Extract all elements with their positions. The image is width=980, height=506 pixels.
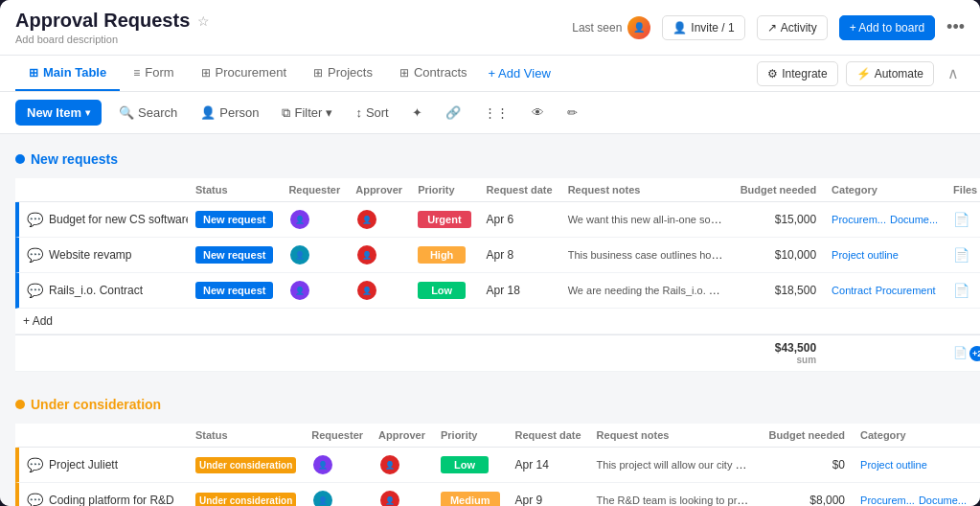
- priority-cell[interactable]: Medium: [433, 483, 508, 506]
- filter-action[interactable]: ⧉ Filter ▾: [276, 102, 338, 125]
- status-cell[interactable]: Under consideration: [188, 483, 304, 506]
- group-title-new-requests[interactable]: New requests: [31, 151, 118, 167]
- category-cell[interactable]: Procurem...Docume...: [824, 202, 946, 238]
- group-title-under-consideration[interactable]: Under consideration: [31, 397, 161, 412]
- col-files: Files: [946, 178, 980, 202]
- board-subtitle[interactable]: Add board description: [15, 34, 210, 45]
- col-name-2: [15, 424, 188, 448]
- file-icon[interactable]: 📄: [953, 247, 969, 263]
- chat-icon[interactable]: 💬: [27, 493, 43, 506]
- col-date: Request date: [479, 178, 560, 202]
- activity-button[interactable]: ↗ Activity: [757, 15, 828, 40]
- files-cell[interactable]: 📄: [974, 448, 980, 483]
- sort-icon: ↕: [355, 105, 362, 120]
- col-status: Status: [188, 178, 281, 202]
- status-cell[interactable]: New request: [188, 273, 281, 309]
- chat-icon[interactable]: 💬: [27, 283, 43, 298]
- row-name[interactable]: Coding platform for R&D: [49, 494, 174, 506]
- row-name[interactable]: Rails_i.o. Contract: [49, 284, 143, 297]
- col-priority: Priority: [410, 178, 478, 202]
- grid-action[interactable]: ⋮⋮: [478, 102, 514, 124]
- table-row[interactable]: 💬Rails_i.o. ContractNew request👤👤LowApr …: [15, 273, 980, 309]
- filter-icon: ⧉: [282, 105, 290, 121]
- files-cell[interactable]: 📄: [946, 238, 980, 273]
- more-options-icon[interactable]: •••: [946, 17, 965, 37]
- category-link[interactable]: Procurem...: [832, 214, 886, 225]
- requester-cell: 👤: [281, 273, 348, 309]
- link-action[interactable]: 🔗: [440, 102, 467, 124]
- tab-form[interactable]: ≡ Form: [120, 56, 187, 91]
- notes-cell: We are needing the Rails_i.o. program by…: [560, 273, 733, 309]
- files-cell[interactable]: 📄: [974, 483, 980, 506]
- priority-badge: Medium: [441, 492, 500, 506]
- col-notes: Request notes: [560, 178, 733, 202]
- category-link[interactable]: Procurement: [876, 285, 936, 296]
- eye-action[interactable]: 👁: [526, 102, 550, 124]
- chat-icon[interactable]: 💬: [27, 457, 43, 472]
- tab-contracts[interactable]: ⊞ Contracts: [386, 56, 481, 91]
- status-cell[interactable]: Under consideration: [188, 448, 304, 483]
- collapse-button[interactable]: ∧: [942, 62, 965, 84]
- priority-cell[interactable]: Low: [410, 273, 478, 309]
- group-header-under-consideration: Under consideration: [15, 391, 965, 418]
- col-category-2: Category: [853, 424, 974, 448]
- status-cell[interactable]: New request: [188, 238, 281, 273]
- row-name[interactable]: Website revamp: [49, 248, 131, 262]
- table-header-row: Status Requester Approver Priority Reque…: [15, 178, 980, 202]
- priority-cell[interactable]: Low: [433, 448, 508, 483]
- table-row[interactable]: 💬Coding platform for R&DUnder considerat…: [15, 483, 980, 506]
- integrate-button[interactable]: ⚙ Integrate: [757, 61, 837, 86]
- sparkle-action[interactable]: ✦: [406, 102, 428, 124]
- table-row[interactable]: 💬Website revampNew request👤👤HighApr 8Thi…: [15, 238, 980, 273]
- category-cell[interactable]: Project outline: [853, 448, 974, 483]
- date-cell: Apr 18: [479, 273, 560, 309]
- add-to-board-button[interactable]: + Add to board: [839, 15, 935, 40]
- category-link[interactable]: Docume...: [919, 494, 967, 506]
- add-item-button[interactable]: + Add: [15, 309, 980, 334]
- category-cell[interactable]: Procurem...Docume...: [853, 483, 974, 506]
- file-icon[interactable]: 📄: [953, 212, 969, 227]
- table-row[interactable]: 💬Project JuliettUnder consideration👤👤Low…: [15, 448, 980, 483]
- chat-icon[interactable]: 💬: [27, 212, 43, 227]
- priority-cell[interactable]: High: [410, 238, 478, 273]
- approver-cell: 👤: [371, 448, 433, 483]
- board-title: Approval Requests: [15, 10, 190, 32]
- category-cell[interactable]: Project outline: [824, 238, 946, 273]
- date-cell: Apr 14: [508, 448, 589, 483]
- status-cell[interactable]: New request: [188, 202, 281, 238]
- automate-button[interactable]: ⚡ Automate: [846, 61, 934, 86]
- files-cell[interactable]: 📄: [946, 202, 980, 238]
- status-badge: Under consideration: [195, 457, 296, 473]
- search-action[interactable]: 🔍 Search: [113, 102, 183, 124]
- group-under-consideration: Under consideration Status Requester App…: [15, 391, 965, 506]
- budget-cell: $18,500: [733, 273, 824, 309]
- category-cell[interactable]: ContractProcurement: [824, 273, 946, 309]
- row-name[interactable]: Project Juliett: [49, 458, 118, 472]
- sparkle-icon: ✦: [412, 105, 422, 120]
- table-row[interactable]: 💬Budget for new CS softwareNew request👤👤…: [15, 202, 980, 238]
- pencil-action[interactable]: ✏: [561, 102, 583, 124]
- actions-bar: New Item ▾ 🔍 Search 👤 Person ⧉ Filter ▾ …: [0, 92, 980, 134]
- tab-projects[interactable]: ⊞ Projects: [300, 56, 386, 91]
- chat-icon[interactable]: 💬: [27, 247, 43, 263]
- category-link[interactable]: Procurem...: [860, 494, 915, 506]
- star-icon[interactable]: ☆: [197, 13, 210, 29]
- tab-procurement[interactable]: ⊞ Procurement: [188, 56, 300, 91]
- add-row[interactable]: + Add: [15, 309, 980, 334]
- priority-cell[interactable]: Urgent: [410, 202, 478, 238]
- category-link[interactable]: Project outline: [832, 249, 899, 261]
- tab-main-table[interactable]: ⊞ Main Table: [15, 56, 120, 91]
- new-item-button[interactable]: New Item ▾: [15, 100, 102, 126]
- file-icon[interactable]: 📄: [953, 283, 969, 298]
- sort-action[interactable]: ↕ Sort: [350, 102, 394, 124]
- user-avatar: 👤: [355, 208, 378, 231]
- category-link[interactable]: Docume...: [890, 214, 938, 225]
- category-link[interactable]: Project outline: [860, 459, 927, 471]
- invite-button[interactable]: 👤 Invite / 1: [662, 15, 744, 40]
- requester-cell: 👤: [281, 238, 348, 273]
- add-view-button[interactable]: + Add View: [481, 57, 558, 90]
- category-link[interactable]: Contract: [832, 285, 872, 296]
- row-name[interactable]: Budget for new CS software: [49, 213, 188, 226]
- files-cell[interactable]: 📄: [946, 273, 980, 309]
- person-filter[interactable]: 👤 Person: [194, 102, 264, 124]
